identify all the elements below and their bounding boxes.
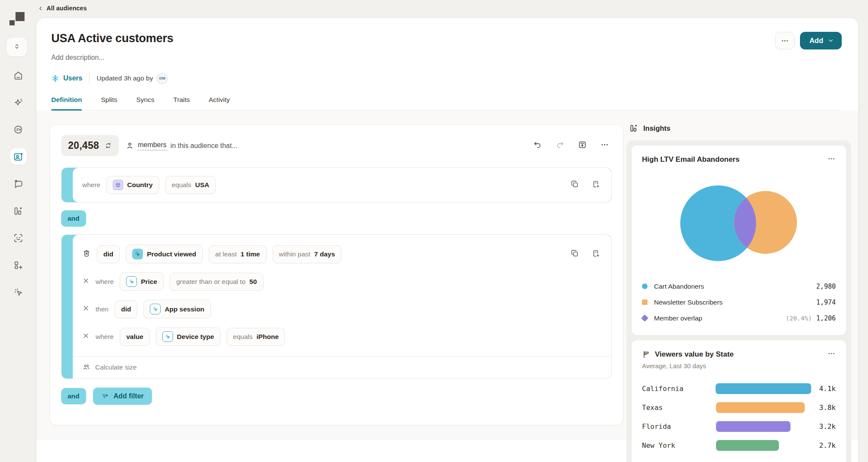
definition-more-button[interactable]	[600, 140, 609, 151]
members-link[interactable]: members	[138, 141, 167, 151]
contact-card-plus-icon	[13, 151, 24, 162]
bar[interactable]	[716, 402, 805, 413]
tab-bar: Definition Splits Syncs Traits Activity	[51, 96, 842, 111]
snowflake-icon	[51, 74, 59, 83]
add-button[interactable]: Add	[800, 32, 842, 49]
trash-icon	[82, 249, 91, 258]
legend-marker-square	[642, 299, 648, 305]
remove-subcondition-button[interactable]	[82, 332, 90, 341]
time-window-pill[interactable]: within past 7 days	[273, 245, 342, 263]
shooting-star-icon	[13, 97, 24, 108]
remove-subcondition-button[interactable]	[82, 305, 90, 314]
copy-icon	[570, 180, 579, 188]
event-cursor-spark-icon	[150, 304, 161, 314]
sidebar-item-messaging[interactable]	[10, 176, 27, 192]
sidebar-item-ai-assistant[interactable]	[10, 284, 27, 300]
bar[interactable]	[716, 383, 811, 394]
legend-marker-diamond	[641, 314, 648, 322]
face-scan-icon	[13, 233, 24, 243]
audience-definition-card: 20,458 members in this audience that...	[50, 124, 623, 425]
bar-track	[716, 440, 812, 451]
x-icon	[82, 305, 90, 312]
did-pill[interactable]: did	[97, 245, 120, 263]
card-more-button[interactable]	[827, 154, 836, 165]
remove-subcondition-button[interactable]	[82, 277, 90, 286]
tab-traits[interactable]: Traits	[174, 96, 190, 110]
description-placeholder[interactable]: Add description...	[51, 54, 842, 62]
cursor-sparkle-icon	[13, 287, 24, 298]
tab-syncs[interactable]: Syncs	[136, 96, 154, 110]
bar-category-label: California	[642, 385, 716, 393]
bar-row: Florida3.2k	[642, 421, 836, 432]
bar-category-label: New York	[642, 441, 716, 450]
tab-splits[interactable]: Splits	[101, 96, 117, 110]
property-pill-price[interactable]: Price	[120, 272, 164, 291]
sidebar-item-audiences[interactable]	[10, 148, 27, 165]
duplicate-condition-button[interactable]	[570, 249, 579, 259]
add-filter-button[interactable]: Add filter	[93, 388, 152, 405]
bar-value-label: 2.7k	[819, 441, 836, 450]
event-cursor-spark-icon	[162, 331, 173, 342]
legend-value: 2,980	[816, 283, 836, 290]
calculate-size-button[interactable]: Calculate size	[73, 356, 611, 379]
tab-activity[interactable]: Activity	[209, 96, 230, 110]
redo-icon	[555, 140, 564, 149]
frequency-pill[interactable]: at least 1 time	[209, 245, 267, 263]
sidebar-item-home[interactable]	[10, 67, 27, 83]
bar[interactable]	[716, 440, 779, 451]
property-pill-device-type[interactable]: Device type	[156, 327, 220, 346]
bar-value-label: 3.2k	[819, 422, 836, 431]
event-pill-app-session[interactable]: App session	[143, 300, 211, 318]
card-more-button[interactable]	[827, 349, 836, 360]
event-pill-product-viewed[interactable]: Product viewed	[126, 245, 203, 263]
save-as-trait-button[interactable]	[592, 249, 600, 259]
value-pill[interactable]: value	[120, 328, 150, 346]
header-more-button[interactable]	[775, 32, 795, 49]
audience-header: USA Active customers Add Add description…	[37, 18, 858, 111]
tab-definition[interactable]: Definition	[51, 96, 82, 110]
condition-card-country: where Country equals USA	[61, 167, 612, 203]
sidebar-item-connections[interactable]	[10, 94, 27, 111]
undo-button[interactable]	[533, 140, 542, 151]
save-as-trait-button[interactable]	[592, 180, 600, 190]
cube-icon	[113, 180, 123, 190]
member-count-pill[interactable]: 20,458	[61, 135, 119, 156]
bar[interactable]	[716, 421, 790, 432]
breadcrumb[interactable]: All audiences	[38, 5, 87, 12]
event-cursor-spark-icon	[126, 276, 137, 287]
sidebar-item-analytics[interactable]	[10, 203, 27, 219]
ellipsis-icon	[781, 37, 789, 45]
avatar[interactable]: DM	[157, 73, 167, 84]
insights-panel: Insights High LTV Email Abandoners Cart …	[618, 111, 858, 440]
bar-track	[716, 421, 812, 432]
operator-pill-device[interactable]: equals iPhone	[226, 328, 285, 346]
sidebar-item-journeys[interactable]	[10, 121, 27, 138]
and-operator-chip[interactable]: and	[61, 210, 86, 227]
redo-button[interactable]	[555, 140, 564, 151]
refresh-icon[interactable]	[105, 142, 112, 149]
state-bar-chart: California4.1kTexas3.8kFlorida3.2kNew Yo…	[642, 383, 836, 451]
operator-pill-country[interactable]: equals USA	[165, 176, 216, 194]
chat-sparkle-icon	[13, 179, 24, 189]
save-draft-button[interactable]	[578, 140, 587, 151]
venn-legend: Cart Abandoners2,980Newsletter Subscribe…	[642, 278, 836, 326]
person-icon	[126, 142, 134, 150]
ellipsis-icon	[600, 140, 609, 149]
sidebar-item-identity[interactable]	[10, 230, 27, 246]
bar-category-label: Texas	[642, 403, 716, 412]
sidebar-item-catalog[interactable]	[10, 257, 27, 273]
delete-condition-button[interactable]	[82, 249, 91, 259]
home-icon	[13, 70, 24, 81]
workspace-switcher-button[interactable]	[6, 37, 28, 57]
condition-card-event: did Product viewed at least 1 time	[61, 234, 612, 379]
did-pill[interactable]: did	[115, 300, 137, 318]
operator-pill-price[interactable]: greater than or equal to 50	[170, 273, 263, 291]
and-operator-chip[interactable]: and	[61, 388, 86, 404]
duplicate-condition-button[interactable]	[570, 180, 579, 190]
definition-content: 20,458 members in this audience that...	[37, 111, 858, 440]
legend-label: Cart Abandoners	[654, 283, 704, 290]
insight-card-subtitle: Average, Last 30 days	[642, 362, 836, 370]
source-link[interactable]: Users	[51, 74, 82, 83]
attribute-pill-country[interactable]: Country	[106, 176, 159, 194]
archive-up-icon	[578, 140, 587, 149]
